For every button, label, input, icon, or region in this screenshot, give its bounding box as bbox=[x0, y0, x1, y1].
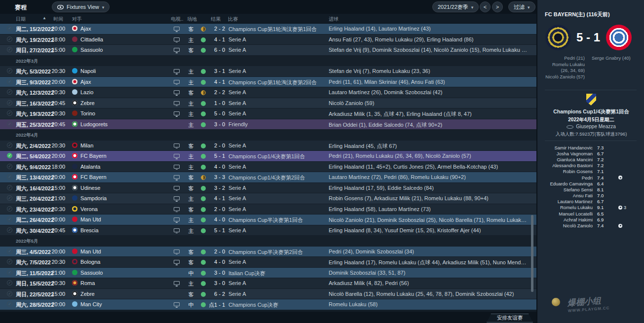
fixture-competition: Serie A bbox=[228, 280, 326, 286]
fixture-venue: 主 bbox=[188, 164, 194, 171]
fixture-row[interactable]: ✓周六, 16/4/202215:00Udinese客3 - 2Serie AE… bbox=[0, 183, 536, 194]
player-name[interactable]: Achraf Hakimi bbox=[539, 217, 593, 222]
arrange-friendly-button[interactable]: 安排友谊赛 bbox=[487, 314, 533, 323]
fixture-row[interactable]: ✓周二, 5/4/202220:00FC Bayern主5 - 1Champio… bbox=[0, 151, 536, 162]
season-dropdown[interactable]: 2021/22赛季 bbox=[432, 1, 479, 12]
panel-venue: Giuseppe Meazza bbox=[537, 124, 644, 129]
fixture-row[interactable]: ✓周五, 25/3/202220:45Ludogorets主3 - 0Frien… bbox=[0, 119, 536, 130]
result-icon bbox=[201, 101, 206, 106]
goal-indicator: 3 bbox=[607, 205, 637, 210]
fixture-row[interactable]: ✓周日, 15/5/202220:30Roma主3 - 0Serie AArka… bbox=[0, 278, 536, 289]
fixtures-view-dropdown[interactable]: Fixtures View bbox=[52, 1, 110, 12]
played-check-icon: ✓ bbox=[7, 79, 12, 84]
fixture-goals: Erling Haaland (17, 59), Eddie Salcedo (… bbox=[329, 185, 528, 191]
player-rating-row[interactable]: Alessandro Bastoni7.2 bbox=[539, 163, 643, 169]
previous-season-button[interactable]: < bbox=[480, 1, 491, 12]
player-name[interactable]: Eduardo Camavinga bbox=[539, 181, 593, 186]
player-rating-row[interactable]: Lautaro Martinez6.7 bbox=[539, 199, 643, 205]
fixture-time: 20:30 bbox=[47, 143, 65, 148]
fixture-row[interactable]: ✓周日, 27/2/202215:00Sassuolo客6 - 0Serie A… bbox=[0, 45, 536, 56]
fixture-score: 3 - 1 bbox=[206, 68, 225, 74]
fixture-row[interactable]: ✓周六, 5/3/202220:30Napoli主3 - 1Serie ASte… bbox=[0, 66, 536, 77]
player-name[interactable]: Samir Handanovic bbox=[539, 145, 593, 150]
player-rating-row[interactable]: Romelu Lukaku9.13 bbox=[539, 205, 643, 211]
player-name[interactable]: Stefano Sensi bbox=[539, 187, 593, 192]
filter-dropdown[interactable]: 过滤 bbox=[508, 1, 535, 12]
player-name[interactable]: Romelu Lukaku bbox=[539, 205, 593, 210]
fixture-goals: Erling Haaland (17), Romelu Lukaku (点球 4… bbox=[329, 259, 528, 266]
fixture-score: 5 - 0 bbox=[206, 110, 225, 116]
player-name[interactable]: Manuel Locatelli bbox=[539, 211, 593, 216]
inter-club-badge-icon[interactable] bbox=[545, 25, 571, 50]
fixture-venue: 客 bbox=[188, 185, 194, 192]
fixture-row[interactable]: ✓周六, 9/4/202218:00Atalanta主4 - 0Serie AE… bbox=[0, 162, 536, 173]
player-rating-row[interactable]: Gianluca Mancini7.2 bbox=[539, 156, 643, 162]
player-rating-row[interactable]: Manuel Locatelli6.5 bbox=[539, 211, 643, 216]
player-rating-row[interactable]: Josha Vagnoman6.7 bbox=[539, 150, 643, 156]
team-badge-icon bbox=[72, 259, 77, 264]
player-name[interactable]: Alessandro Bastoni bbox=[539, 163, 593, 168]
fixture-row[interactable]: ✓周三, 20/4/202221:00Sampdoria主4 - 1Serie … bbox=[0, 193, 536, 204]
player-rating-row[interactable]: Robin Gosens7.1 bbox=[539, 169, 643, 175]
column-header-date[interactable]: 日期 bbox=[16, 16, 26, 23]
player-rating-row[interactable]: Samir Handanovic7.3 bbox=[539, 144, 643, 150]
vertical-scrollbar[interactable] bbox=[531, 215, 533, 292]
fixture-row[interactable]: ✓周六, 23/4/202220:30Verona客2 - 0Serie AEr… bbox=[0, 204, 536, 215]
fixture-row[interactable]: ✓周六, 19/2/202218:00Cittadella主4 - 1Serie… bbox=[0, 35, 536, 45]
home-scorer-line: Pedri (21) bbox=[537, 55, 585, 62]
fixture-time: 20:00 bbox=[47, 216, 65, 222]
fixture-row[interactable]: ✓周三, 16/3/202220:45Zebre主1 - 0Serie ANic… bbox=[0, 98, 536, 109]
bayern-club-badge-icon[interactable] bbox=[606, 25, 632, 50]
column-header-opponent[interactable]: 对手 bbox=[72, 16, 82, 23]
fixture-row[interactable]: ✓周六, 28/5/202220:00Man City中点1 - 1Champi… bbox=[0, 299, 536, 310]
fixture-row[interactable]: ✓周六, 19/3/202220:30Torino主5 - 0Serie AAr… bbox=[0, 108, 536, 119]
home-scorers: Pedri (21)Romelu Lukaku(26, 34, 69)Nicol… bbox=[537, 55, 585, 80]
player-rating-row[interactable]: Achraf Hakimi6.9 bbox=[539, 216, 643, 222]
column-header-result[interactable]: 结果 bbox=[211, 16, 221, 23]
player-rating-row[interactable]: Stefano Sensi8.1 bbox=[539, 186, 643, 192]
result-icon bbox=[201, 154, 206, 159]
player-rating-row[interactable]: Nicolò Zaniolo7.4 bbox=[539, 222, 643, 228]
fixture-row[interactable]: ✓周二, 26/4/202220:00Man Utd主4 - 0Champion… bbox=[0, 215, 536, 225]
column-header-goals[interactable]: 进球 bbox=[329, 16, 339, 23]
player-rating: 9.1 bbox=[593, 205, 607, 210]
next-season-button[interactable]: > bbox=[492, 1, 503, 12]
fixture-row[interactable]: ✓周二, 15/2/202220:00Ajax客2 - 2Champions C… bbox=[0, 24, 536, 35]
fixture-row[interactable]: ✓周六, 2/4/202220:30Milan客2 - 0Serie AErli… bbox=[0, 141, 536, 151]
month-section-header: 2022年3月 bbox=[0, 56, 536, 67]
fixture-time: 15:00 bbox=[47, 185, 65, 191]
player-rating-row[interactable]: Ansu Fati7.0 bbox=[539, 193, 643, 199]
column-header-tv[interactable]: 电视.. bbox=[171, 16, 184, 23]
fixture-row[interactable]: ✓周三, 11/5/202221:00Sassuolo中3 - 0Italian… bbox=[0, 268, 536, 279]
team-badge-icon bbox=[72, 249, 77, 254]
player-name[interactable]: Nicolò Zaniolo bbox=[539, 223, 593, 228]
column-header-time[interactable]: 时间 bbox=[53, 16, 63, 23]
player-name[interactable]: Lautaro Martinez bbox=[539, 199, 593, 204]
fixture-row[interactable]: ✓周日, 22/5/202215:00Zebre客6 - 2Serie ANic… bbox=[0, 289, 536, 300]
played-check-icon: ✓ bbox=[7, 47, 12, 52]
column-header-competition[interactable]: 比赛 bbox=[228, 16, 238, 23]
fixture-venue: 主 bbox=[188, 121, 194, 129]
column-header-venue[interactable]: 场地 bbox=[187, 16, 197, 23]
player-rating: 7.0 bbox=[593, 193, 607, 198]
fixture-time: 20:00 bbox=[47, 301, 65, 307]
tv-broadcast-icon bbox=[174, 250, 180, 253]
fixture-row[interactable]: ✓周三, 13/4/202220:00FC Bayern客3 - 3Champi… bbox=[0, 172, 536, 183]
fixture-row[interactable]: ✓周三, 4/5/202220:00Man Utd客2 - 0Champions… bbox=[0, 247, 536, 257]
fixture-row[interactable]: ✓周六, 12/3/202220:30Lazio客2 - 2Serie ALau… bbox=[0, 87, 536, 98]
fixture-opponent: Napoli bbox=[80, 68, 96, 74]
fixture-venue: 客 bbox=[188, 47, 194, 54]
player-rating-row[interactable]: Pedri7.4 bbox=[539, 175, 643, 180]
fixture-row[interactable]: ✓周六, 30/4/202220:45Brescia主5 - 1Serie AE… bbox=[0, 225, 536, 236]
fixture-row[interactable]: ✓周三, 9/3/202220:00Ajax主4 - 1Champions Cu… bbox=[0, 77, 536, 88]
player-name[interactable]: Gianluca Mancini bbox=[539, 157, 593, 162]
player-name[interactable]: Robin Gosens bbox=[539, 169, 593, 174]
player-rating-row[interactable]: Eduardo Camavinga6.4 bbox=[539, 180, 643, 186]
home-scorer-line: Romelu Lukaku bbox=[537, 62, 585, 68]
player-name[interactable]: Ansu Fati bbox=[539, 193, 593, 198]
fixture-score: 4 - 1 bbox=[206, 79, 225, 85]
fixture-venue: 客 bbox=[188, 259, 194, 266]
player-name[interactable]: Josha Vagnoman bbox=[539, 151, 593, 156]
player-name[interactable]: Pedri bbox=[539, 175, 593, 180]
fixture-row[interactable]: ✓周六, 7/5/202220:30Bologna客4 - 0Serie AEr… bbox=[0, 257, 536, 268]
